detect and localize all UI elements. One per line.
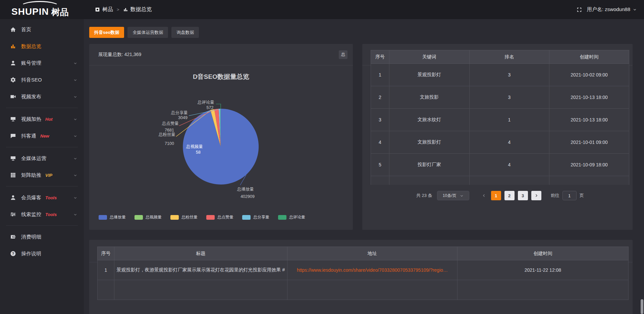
sidebar-divider — [6, 186, 78, 187]
table-header-row: 序号标题地址创建时间 — [98, 247, 629, 260]
cell: 文旅投影 — [389, 86, 469, 109]
sidebar-item-badge: Hot — [45, 117, 53, 122]
chevron-down-icon — [73, 173, 77, 177]
main-content: 抖音seo数据全媒体运营数据询盘数据 展现量总数: 421,369 总 D音SE… — [84, 19, 644, 314]
sidebar-item-consume-detail[interactable]: 消费明细 — [0, 228, 84, 245]
today-ranking-panel: 今日排名 日 序号关键词排名创建时间1景观投影灯32021-10-02 09:0… — [362, 44, 633, 230]
table-header-row: 序号关键词排名创建时间 — [371, 50, 629, 64]
pie-chart-area: D音SEO数据量总览 总播放量402909总视频量58总粉丝量7100总点赞量7… — [89, 65, 353, 229]
legend-item[interactable]: 总视频量 — [135, 214, 162, 220]
video-link[interactable]: https://www.iesdouyin.com/share/video/70… — [297, 267, 448, 273]
page-button-3[interactable]: 3 — [518, 191, 528, 200]
page-button-1[interactable]: 1 — [491, 191, 501, 200]
legend-label: 总评论量 — [289, 214, 305, 220]
legend-swatch — [170, 215, 179, 220]
help-icon: ? — [10, 251, 16, 257]
sidebar-item-media-operation[interactable]: 全媒体运营 — [0, 150, 84, 167]
chevron-down-icon — [73, 157, 77, 160]
cell: 4 — [371, 131, 389, 154]
breadcrumb: 树品 > 数据总览 — [95, 0, 152, 19]
cell: 文旅投影灯 — [389, 131, 469, 154]
tab-douyin-seo-data[interactable]: 抖音seo数据 — [89, 27, 124, 38]
cell: 4 — [469, 131, 549, 154]
sidebar-divider — [6, 147, 78, 147]
table-row: 4文旅投影灯42021-10-01 09:00 — [371, 131, 629, 154]
cell: 2 — [371, 86, 389, 109]
sidebar-item-data-overview[interactable]: 数据总览 — [0, 38, 84, 55]
sidebar-divider — [6, 108, 78, 108]
page-numbers: 123 — [491, 191, 531, 200]
chevron-down-icon — [73, 95, 77, 99]
pie-chart: 总播放量402909总视频量58总粉丝量7100总点赞量7681总分享量3049… — [89, 65, 353, 229]
chat-icon — [10, 133, 16, 139]
topbar-right: 用户名: zswodun88 — [577, 0, 637, 19]
cell: 1 — [469, 109, 549, 131]
sidebar-item-label: 首页 — [21, 27, 31, 33]
sidebar-item-label: 矩阵助推 — [21, 172, 41, 178]
gear-icon — [10, 77, 16, 83]
chevron-down-icon — [460, 194, 464, 198]
cell: 2021-10-13 18:00 — [549, 109, 629, 131]
sidebar-item-video-heat[interactable]: 视频加热Hot — [0, 111, 84, 127]
cell: 2021-10-13 18:00 — [549, 86, 629, 109]
sidebar-item-help[interactable]: ?操作说明 — [0, 245, 84, 262]
monitor-icon — [10, 155, 16, 161]
legend-swatch — [242, 215, 251, 220]
cell — [549, 176, 629, 185]
bar-chart-icon — [123, 7, 128, 12]
data-table: 序号标题地址创建时间1景观投影灯，夜游景观投影灯厂家展示展示落花灯在花园里的灯光… — [97, 247, 629, 300]
sidebar-item-douyin-seo[interactable]: 抖音SEO — [0, 71, 84, 88]
sidebar-item-home[interactable]: 首页 — [0, 21, 84, 38]
goto-page-input[interactable] — [562, 191, 577, 200]
legend-item[interactable]: 总粉丝量 — [170, 214, 198, 220]
cell — [389, 176, 469, 185]
home-icon — [10, 27, 16, 33]
cell-index: 1 — [98, 260, 114, 280]
app-window: SHUPIN 树品 树品 > 数据总览 用户名: zsw — [0, 0, 644, 314]
pie-label-value: 7681 — [165, 128, 174, 133]
sidebar-item-badge: VIP — [45, 173, 52, 178]
sidebar-item-account-manage[interactable]: 账号管理 — [0, 55, 84, 71]
cell: 3 — [371, 109, 389, 131]
page-button-2[interactable]: 2 — [504, 191, 515, 200]
legend-item[interactable]: 总点赞量 — [206, 214, 233, 220]
sidebar-item-video-publish[interactable]: 视频发布 — [0, 88, 84, 105]
cell — [287, 280, 457, 300]
chevron-down-icon — [633, 8, 637, 11]
column-header: 序号 — [371, 50, 389, 64]
tab-media-operation-data[interactable]: 全媒体运营数据 — [127, 27, 168, 38]
legend-item[interactable]: 总播放量 — [99, 214, 126, 220]
sidebar-item-douketong[interactable]: 抖客通New — [0, 127, 84, 144]
sidebar-item-badge: Tools — [45, 212, 57, 217]
legend-item[interactable]: 总评论量 — [278, 214, 305, 220]
sidebar-divider — [6, 225, 78, 226]
prev-page-button[interactable] — [481, 194, 487, 198]
fullscreen-icon[interactable] — [577, 7, 582, 12]
legend-label: 总视频量 — [146, 214, 162, 220]
chart-legend: 总播放量总视频量总粉丝量总点赞量总分享量总评论量 — [89, 214, 315, 220]
cell-time: 2021-11-22 12:08 — [457, 260, 628, 280]
total-view-button[interactable]: 总 — [339, 50, 347, 59]
sidebar-item-label: 会员爆客 — [21, 195, 41, 201]
cell: 景观投影灯 — [389, 64, 469, 86]
next-page-button[interactable] — [531, 191, 541, 200]
user-menu[interactable]: 用户名: zswodun88 — [587, 6, 637, 13]
page-size-select[interactable]: 10条/页 — [437, 191, 469, 200]
column-header: 排名 — [469, 50, 549, 64]
tab-inquiry-data[interactable]: 询盘数据 — [171, 27, 199, 38]
sidebar-item-label: 操作说明 — [21, 251, 41, 257]
legend-item[interactable]: 总分享量 — [242, 214, 269, 220]
sidebar: 首页数据总览账号管理抖音SEO视频发布视频加热Hot抖客通New全媒体运营矩阵助… — [0, 19, 84, 314]
video-icon — [10, 94, 16, 100]
sidebar-item-clue-monitor[interactable]: 线索监控Tools — [0, 206, 84, 223]
sidebar-item-matrix-boost[interactable]: 矩阵助推VIP — [0, 167, 84, 184]
cell-url: https://www.iesdouyin.com/share/video/70… — [287, 260, 457, 280]
chevron-down-icon — [73, 78, 77, 82]
breadcrumb-item-root[interactable]: 树品 — [95, 6, 113, 13]
table-row: 2文旅投影32021-10-13 18:00 — [371, 86, 629, 109]
sidebar-item-badge: Tools — [45, 195, 57, 200]
sidebar-item-member-baoke[interactable]: 会员爆客Tools — [0, 189, 84, 206]
scrollbar-thumb[interactable] — [641, 299, 643, 314]
sidebar-item-label: 抖客通 — [21, 133, 36, 139]
legend-swatch — [135, 215, 143, 220]
